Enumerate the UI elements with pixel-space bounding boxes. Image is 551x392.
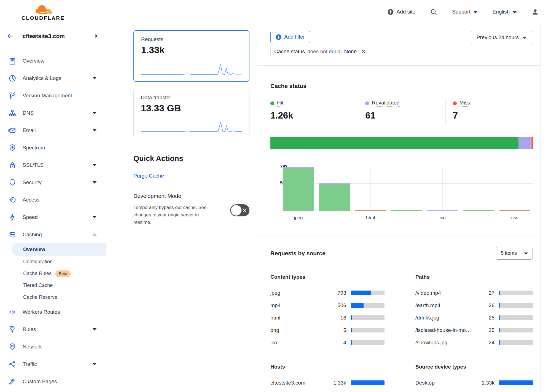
filter-chip[interactable]: Cache status does not equal None <box>270 46 370 57</box>
table-row[interactable]: /drinks.jpg 25 <box>415 312 533 324</box>
sidebar-item-ssl-tls[interactable]: SSL/TLS <box>0 156 106 174</box>
chart-bar-col-1[interactable] <box>319 183 350 211</box>
chart-bar-col-3[interactable] <box>391 210 422 211</box>
purge-cache-link[interactable]: Purge Cache <box>133 173 164 179</box>
table-heading: Source device types <box>415 364 533 370</box>
chart-bar-css[interactable] <box>499 210 530 211</box>
table-row[interactable]: png 5 <box>270 324 385 336</box>
cloudflare-logo[interactable]: CLOUDFLARE <box>21 3 65 21</box>
table-row[interactable]: /snowtops.jpg 24 <box>415 336 533 349</box>
add-site-label: Add site <box>396 9 415 15</box>
filter-bar: Add filter Cache status does not equal N… <box>257 24 541 65</box>
rules-icon <box>8 325 17 334</box>
caching-icon <box>8 230 17 239</box>
requests-metric-card[interactable]: Requests 1.33k <box>133 30 249 82</box>
sidebar-item-security[interactable]: Security <box>0 174 106 191</box>
search-icon[interactable] <box>430 9 437 15</box>
data-transfer-value: 13.33 GB <box>141 103 242 114</box>
chevron-down-icon <box>92 216 97 218</box>
sidebar-item-spectrum[interactable]: Spectrum <box>0 139 106 156</box>
row-progress-bar <box>499 340 533 345</box>
row-progress-bar <box>499 291 533 295</box>
cache-status-chart: 7935000 jpeghtmlicocss <box>270 167 533 222</box>
add-site-button[interactable]: Add site <box>388 9 415 15</box>
back-arrow-icon[interactable] <box>7 32 14 40</box>
table-row[interactable]: /video.mp4 27 <box>415 287 533 299</box>
time-range-dropdown[interactable]: Previous 24 hours <box>471 31 532 44</box>
development-mode-toggle[interactable] <box>230 204 249 216</box>
sidebar-item-access[interactable]: Access <box>0 191 106 208</box>
sidebar-subitem-label: Tiered Cache <box>23 283 53 288</box>
sidebar-item-version-management[interactable]: Version Management <box>0 87 106 104</box>
sidebar-item-traffic[interactable]: Traffic <box>0 355 106 373</box>
sidebar-item-custom-pages[interactable]: Custom Pages <box>0 373 106 390</box>
sidebar-item-label: Caching <box>23 232 42 238</box>
sidebar-item-speed[interactable]: Speed <box>0 208 106 226</box>
legend-label[interactable]: Revalidated <box>372 100 399 107</box>
sidebar-item-network[interactable]: Network <box>0 338 106 355</box>
traffic-icon <box>8 360 17 368</box>
sidebar-item-dns[interactable]: DNS <box>0 104 106 122</box>
row-progress-bar <box>351 303 385 308</box>
chart-bar-ico[interactable] <box>427 210 458 211</box>
legend-item-hit: Hit 1.26k <box>270 99 358 125</box>
sidebar-subitem-configuration[interactable]: Configuration <box>0 256 106 268</box>
table-row[interactable]: Desktop 1.33k <box>415 377 533 389</box>
row-progress-bar <box>499 315 533 320</box>
speed-icon <box>8 213 17 221</box>
chart-bar-jpeg[interactable] <box>283 167 314 211</box>
row-progress-bar <box>499 303 533 308</box>
user-account-icon[interactable] <box>532 8 539 15</box>
row-value: 1.33k <box>326 380 346 386</box>
table-row[interactable]: jpeg 793 <box>270 287 385 299</box>
support-menu[interactable]: Support <box>452 9 478 15</box>
sidebar-item-rules[interactable]: Rules <box>0 321 106 338</box>
cache-status-section: Cache status Hit 1.26k Revalidated 61 Mi… <box>257 66 541 235</box>
sidebar-item-email[interactable]: Email <box>0 122 106 139</box>
sidebar-item-analytics-logs[interactable]: Analytics & Logs <box>0 69 106 87</box>
sidebar-item-caching[interactable]: Caching <box>0 226 106 243</box>
row-label: mp4 <box>270 302 326 308</box>
sidebar-subitem-cache-reserve[interactable]: Cache Reserve <box>0 291 106 303</box>
row-value: 26 <box>474 302 494 308</box>
items-count-dropdown[interactable]: 5 items <box>496 247 533 260</box>
row-progress-bar <box>351 291 385 295</box>
legend-label[interactable]: Miss <box>459 100 470 107</box>
sidebar-item-overview[interactable]: Overview <box>0 52 106 69</box>
remove-filter-icon[interactable] <box>361 49 366 54</box>
x-axis-label: css <box>511 215 518 221</box>
table-row[interactable]: /earth.mp4 26 <box>415 299 533 312</box>
sidebar-subitem-overview[interactable]: Overview <box>12 243 106 256</box>
row-progress-bar <box>351 340 385 345</box>
sidebar-item-workers-routes[interactable]: Workers Routes <box>0 303 106 321</box>
chart-bar-html[interactable] <box>355 210 386 211</box>
data-transfer-metric-card[interactable]: Data transfer 13.33 GB <box>133 89 249 138</box>
content-types-table: Content typesjpeg 793 mp4 506 html 16 pn… <box>270 274 402 349</box>
sidebar-subitem-label: Cache Rules <box>23 271 52 276</box>
sidebar-item-label: Spectrum <box>23 145 45 151</box>
chevron-right-icon[interactable] <box>95 34 98 38</box>
sidebar-item-label: Access <box>23 197 39 203</box>
row-value: 5 <box>326 327 346 333</box>
sidebar-subitem-tiered-cache[interactable]: Tiered Cache <box>0 280 106 291</box>
chart-bar-col-5[interactable] <box>463 210 494 211</box>
top-header: CLOUDFLARE Add site Support English <box>0 0 551 24</box>
table-row[interactable]: /isolated-house-in-mo… 25 <box>415 324 533 336</box>
table-row[interactable]: ico 4 <box>270 336 385 349</box>
chevron-down-icon <box>92 363 97 365</box>
table-row[interactable]: mp4 506 <box>270 299 385 312</box>
language-menu[interactable]: English <box>493 9 517 15</box>
table-row[interactable]: cftestsite3.com 1.33k <box>270 377 385 389</box>
sidebar-subitem-cache-rules[interactable]: Cache RulesBeta <box>0 268 106 280</box>
add-filter-button[interactable]: Add filter <box>270 31 310 43</box>
network-icon <box>8 343 17 351</box>
row-value: 27 <box>474 290 494 296</box>
analytics-icon <box>8 74 17 82</box>
legend-label[interactable]: Hit <box>277 100 283 107</box>
row-label: Desktop <box>415 380 474 386</box>
bar-segment-other <box>355 210 386 211</box>
row-label: html <box>270 315 326 321</box>
table-row[interactable]: html 16 <box>270 312 385 324</box>
row-label: /snowtops.jpg <box>415 340 474 346</box>
site-header: cftestsite3.com <box>0 24 106 48</box>
